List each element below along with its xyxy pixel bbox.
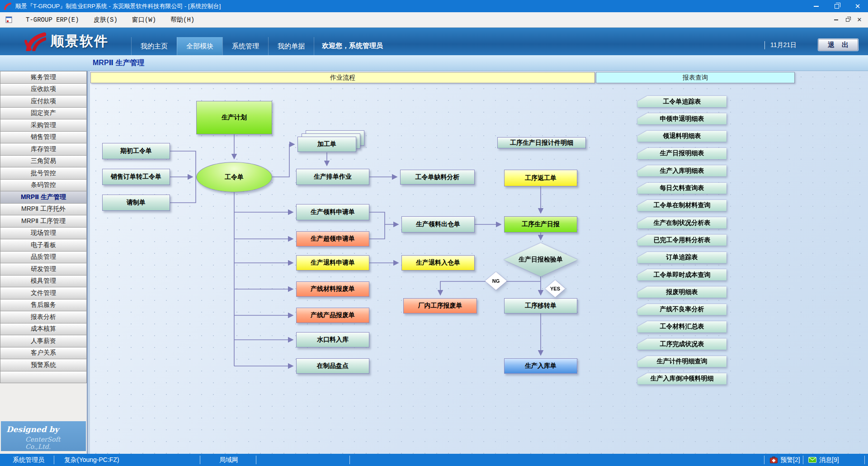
status-bar: 系统管理员 复杂(Young-PC:FZ) 局域网 预警[2] 消息[9] [0, 454, 868, 466]
status-machine: 复杂(Young-PC:FZ) [64, 456, 119, 464]
flow-node-label: 期初工令单 [102, 143, 170, 159]
report-button-label: 生产计件明细查询 [637, 356, 726, 367]
flow-node-label: 水口料入库 [296, 332, 369, 347]
report-button[interactable]: 领退料明细表 [637, 131, 726, 142]
flow-node-label: 工令单缺料分析 [400, 170, 475, 185]
flow-node[interactable]: 生产超领申请单 [296, 231, 369, 247]
flow-node[interactable]: YES [545, 280, 565, 297]
flow-node-label: 在制品盘点 [296, 358, 369, 374]
report-button-label: 申领申退明细表 [637, 113, 726, 124]
report-button-label: 工令单即时成本查询 [637, 269, 726, 281]
flow-node[interactable]: NG [485, 272, 507, 290]
report-button-label: 已完工令用料分析表 [637, 234, 726, 246]
report-button[interactable]: 工令材料汇总表 [637, 321, 726, 333]
flow-node-label: 工序移转单 [504, 298, 577, 314]
flow-node-label: 生产领料出仓单 [401, 216, 475, 233]
flow-node[interactable]: 工令单 [196, 162, 272, 192]
flow-node[interactable]: 产线产品报废单 [296, 308, 369, 323]
flow-node-label: 加工单 [297, 137, 356, 152]
report-button-label: 生产日报明细表 [637, 148, 726, 159]
flow-node-label: 工序返工单 [504, 170, 577, 186]
flow-node-label: 生产超领申请单 [296, 231, 369, 247]
flow-node[interactable]: 加工单 [297, 137, 356, 152]
flow-node[interactable]: 生产退料申请单 [296, 255, 369, 271]
report-button[interactable]: 生产入库明细表 [637, 165, 726, 176]
messages-label: 消息[9] [819, 456, 839, 464]
report-button[interactable]: 工令单在制材料查询 [637, 200, 726, 211]
report-button-label: 生产入库倒冲领料明细 [637, 373, 726, 385]
flow-node[interactable]: 水口料入库 [296, 332, 369, 347]
status-network: 局域网 [219, 456, 238, 464]
report-button-label: 生产入库明细表 [637, 165, 726, 176]
report-button-label: 生产在制状况分析表 [637, 217, 726, 228]
flow-node[interactable]: 工序生产日报 [504, 216, 577, 233]
flow-node[interactable]: 生产排单作业 [296, 169, 369, 185]
flow-node[interactable]: 生产领料出仓单 [401, 216, 475, 233]
flow-node[interactable]: 工序生产日报计件明细 [497, 137, 586, 148]
messages-status[interactable]: 消息[9] [808, 454, 839, 466]
flow-node[interactable]: 生产日报检验单 [504, 243, 578, 276]
report-button-label: 工令单追踪表 [637, 96, 726, 107]
report-button[interactable]: 已完工令用料分析表 [637, 234, 726, 246]
flow-node-label: 工序生产日报 [504, 216, 577, 233]
report-button-label: 工序完成状况表 [637, 338, 726, 350]
flow-node-label: 生产领料申请单 [296, 204, 369, 220]
flow-node[interactable]: 请制单 [102, 195, 170, 211]
flow-node-label: 产线产品报废单 [296, 308, 369, 323]
flow-node-label: 请制单 [102, 195, 170, 211]
report-button[interactable]: 生产日报明细表 [637, 148, 726, 159]
report-button[interactable]: 工序完成状况表 [637, 338, 726, 350]
report-button-label: 领退料明细表 [637, 131, 726, 142]
flow-node-label: 产线材料报废单 [296, 281, 369, 297]
flow-node[interactable]: 产线材料报废单 [296, 281, 369, 297]
flow-node-label: 生产退料入仓单 [401, 255, 475, 271]
flow-node-label: 工令单 [196, 162, 272, 192]
flow-node[interactable]: 厂内工序报废单 [403, 298, 477, 314]
flow-node-label: 销售订单转工令单 [102, 169, 170, 185]
flow-node-label: 厂内工序报废单 [403, 298, 477, 314]
report-button[interactable]: 生产计件明细查询 [637, 356, 726, 367]
green-envelope-icon [808, 457, 816, 463]
flow-node[interactable]: 生产退料入仓单 [401, 255, 475, 271]
flow-node[interactable]: 期初工令单 [102, 143, 170, 159]
report-button-label: 工令单在制材料查询 [637, 200, 726, 211]
flow-node[interactable]: 生产领料申请单 [296, 204, 369, 220]
flow-node-label: 生产日报检验单 [504, 243, 578, 276]
first-aid-kit-icon [770, 456, 778, 463]
report-button[interactable]: 工令单追踪表 [637, 96, 726, 107]
flow-node-label: 生产排单作业 [296, 169, 369, 185]
alerts-status[interactable]: 预警[2] [770, 454, 800, 466]
report-button-label: 工令材料汇总表 [637, 321, 726, 333]
alerts-label: 预警[2] [780, 456, 800, 464]
report-button-label: 报废明细表 [637, 286, 726, 298]
flow-node[interactable]: 工序返工单 [504, 170, 577, 186]
report-button-label: 订单追踪表 [637, 252, 726, 263]
report-button[interactable]: 生产在制状况分析表 [637, 217, 726, 228]
flow-node[interactable]: 在制品盘点 [296, 358, 369, 374]
report-button[interactable]: 工令单即时成本查询 [637, 269, 726, 281]
report-button-label: 产线不良率分析 [637, 304, 726, 315]
flow-node[interactable]: 工序移转单 [504, 298, 577, 314]
flow-node[interactable]: 工令单缺料分析 [400, 170, 475, 185]
flow-node[interactable]: 生产入库单 [504, 358, 577, 374]
flow-node-label: 工序生产日报计件明细 [497, 137, 586, 148]
flow-node[interactable]: 生产计划 [196, 101, 272, 134]
report-button[interactable]: 产线不良率分析 [637, 304, 726, 315]
report-button[interactable]: 报废明细表 [637, 286, 726, 298]
flow-node[interactable]: 销售订单转工令单 [102, 169, 170, 185]
report-button-label: 每日欠料查询表 [637, 183, 726, 194]
flow-node-label: 生产退料申请单 [296, 255, 369, 271]
report-button[interactable]: 申领申退明细表 [637, 113, 726, 124]
report-button[interactable]: 每日欠料查询表 [637, 183, 726, 194]
flow-node-label: 生产入库单 [504, 358, 577, 374]
flow-node-label: NG [485, 272, 507, 290]
flow-node-label: 生产计划 [196, 101, 272, 134]
flow-layer: 生产计划期初工令单销售订单转工令单请制单工令单加工单生产排单作业工令单缺料分析工… [0, 0, 868, 466]
flow-node-label: YES [545, 280, 565, 297]
status-user: 系统管理员 [13, 456, 44, 464]
report-button[interactable]: 订单追踪表 [637, 252, 726, 263]
report-button[interactable]: 生产入库倒冲领料明细 [637, 373, 726, 385]
